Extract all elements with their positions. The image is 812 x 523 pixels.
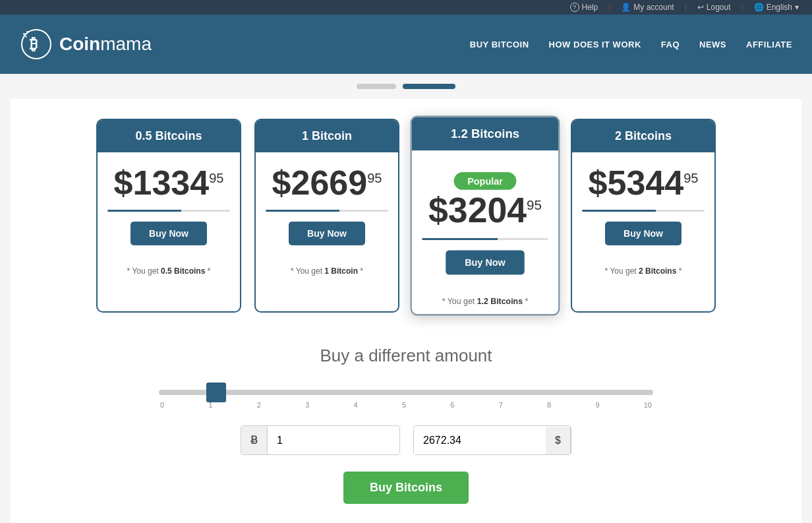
price-1: $266995 xyxy=(266,166,388,200)
btc-prefix: Ƀ xyxy=(241,426,268,454)
pricing-card-0.5: 0.5 Bitcoins $133495 Buy Now * You get 0… xyxy=(96,119,241,313)
scroll-indicator xyxy=(0,74,812,99)
card-footer-2: * You get 2 Bitcoins * xyxy=(572,259,714,284)
nav-faq[interactable]: FAQ xyxy=(661,40,680,49)
different-amount-heading: Buy a different amount xyxy=(30,346,782,366)
card-header-1.2: 1.2 Bitcoins xyxy=(412,117,558,150)
card-body-0.5: $133495 Buy Now xyxy=(98,152,240,259)
language-selector[interactable]: 🌐 English ▾ xyxy=(754,3,799,12)
main-content: 0.5 Bitcoins $133495 Buy Now * You get 0… xyxy=(11,99,801,523)
slider-section: 0 1 2 3 4 5 6 7 8 9 10 Ƀ $ xyxy=(159,386,653,504)
account-icon: 👤 xyxy=(621,3,631,12)
buy-now-0.5[interactable]: Buy Now xyxy=(130,222,207,245)
svg-rect-2 xyxy=(23,33,25,35)
price-divider xyxy=(107,210,230,212)
btc-input-group: Ƀ xyxy=(241,425,400,455)
logout-link[interactable]: ↩ Logout xyxy=(697,3,731,12)
svg-text:₿: ₿ xyxy=(30,35,38,53)
nav-links: BUY BITCOIN HOW DOES IT WORK FAQ NEWS AF… xyxy=(470,40,792,49)
price-divider xyxy=(266,210,388,212)
price-divider xyxy=(422,238,548,240)
popular-badge: Popular xyxy=(454,172,517,190)
chevron-down-icon: ▾ xyxy=(795,3,799,12)
slider-container xyxy=(159,386,653,398)
nav-buy-bitcoin[interactable]: BUY BITCOIN xyxy=(470,40,529,49)
input-row: Ƀ $ xyxy=(159,425,653,455)
utility-bar: ? Help | 👤 My account | ↩ Logout | 🌐 Eng… xyxy=(0,0,812,15)
card-header-0.5: 0.5 Bitcoins xyxy=(98,120,240,152)
svg-rect-3 xyxy=(26,31,28,33)
scroll-step-2 xyxy=(403,84,455,89)
price-2: $534495 xyxy=(582,166,705,200)
scroll-step-1 xyxy=(357,84,396,89)
card-footer-1: * You get 1 Bitcoin * xyxy=(256,259,398,284)
buy-now-1[interactable]: Buy Now xyxy=(289,222,365,245)
different-amount-section: Buy a different amount 0 1 2 3 4 5 6 7 8… xyxy=(30,346,782,504)
pricing-card-1.2: 1.2 Bitcoins Popular $320495 Buy Now * Y… xyxy=(411,116,560,316)
card-footer-1.2: * You get 1.2 Bitcoins * xyxy=(412,288,558,314)
logout-icon: ↩ xyxy=(697,3,704,12)
price-divider xyxy=(582,210,705,212)
logo[interactable]: ₿ Coinmama xyxy=(20,28,152,61)
pricing-card-1: 1 Bitcoin $266995 Buy Now * You get 1 Bi… xyxy=(254,119,399,313)
account-link[interactable]: 👤 My account xyxy=(621,3,674,12)
globe-icon: 🌐 xyxy=(754,3,764,12)
price-0.5: $133495 xyxy=(107,166,230,200)
main-nav: ₿ Coinmama BUY BITCOIN HOW DOES IT WORK … xyxy=(0,15,812,74)
card-body-2: $534495 Buy Now xyxy=(572,152,714,259)
card-body-1: $266995 Buy Now xyxy=(256,152,398,259)
buy-now-1.2[interactable]: Buy Now xyxy=(446,251,524,275)
price-1.2: $320495 xyxy=(422,193,548,228)
buy-bitcoins-button[interactable]: Buy Bitcoins xyxy=(343,472,469,504)
help-link[interactable]: ? Help xyxy=(570,3,598,12)
usd-amount-input[interactable] xyxy=(414,427,546,454)
card-body-1.2: Popular $320495 Buy Now xyxy=(412,150,558,288)
usd-input-group: $ xyxy=(413,425,571,455)
card-footer-0.5: * You get 0.5 Bitcoins * xyxy=(98,259,240,284)
nav-how-it-works[interactable]: HOW DOES IT WORK xyxy=(549,40,641,49)
help-icon: ? xyxy=(570,3,579,12)
logo-icon: ₿ xyxy=(20,28,53,61)
logo-text: Coinmama xyxy=(59,34,152,55)
nav-news[interactable]: NEWS xyxy=(699,40,726,49)
nav-affiliate[interactable]: AFFILIATE xyxy=(746,40,792,49)
amount-slider[interactable] xyxy=(159,390,653,395)
btc-amount-input[interactable] xyxy=(268,427,399,454)
pricing-cards: 0.5 Bitcoins $133495 Buy Now * You get 0… xyxy=(30,119,782,313)
usd-suffix: $ xyxy=(546,427,571,454)
card-header-2: 2 Bitcoins xyxy=(572,120,714,152)
svg-rect-4 xyxy=(25,36,27,38)
card-header-1: 1 Bitcoin xyxy=(256,120,398,152)
buy-now-2[interactable]: Buy Now xyxy=(605,222,682,245)
pricing-card-2: 2 Bitcoins $534495 Buy Now * You get 2 B… xyxy=(571,119,716,313)
